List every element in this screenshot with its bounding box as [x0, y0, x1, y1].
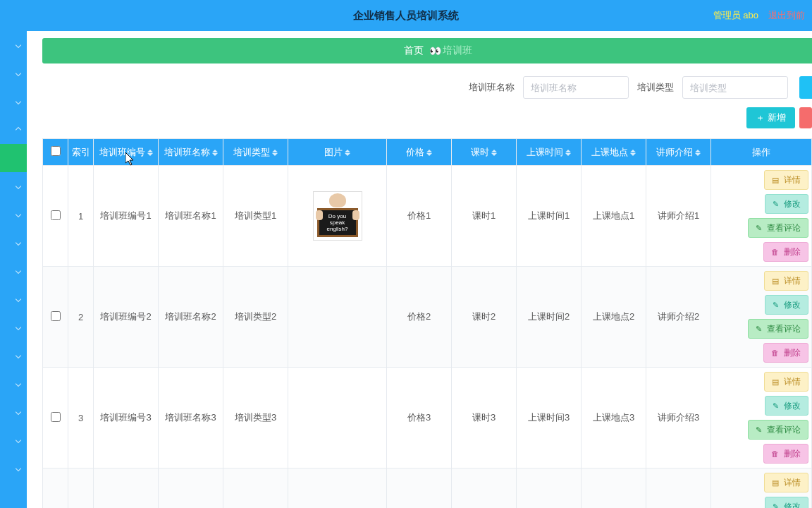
edit-button[interactable]: 修改: [765, 396, 808, 416]
sidebar-item-12[interactable]: [0, 370, 27, 398]
sidebar-item-10[interactable]: [0, 313, 27, 341]
sidebar-item-4[interactable]: [0, 144, 27, 172]
add-button[interactable]: ＋ 新增: [746, 107, 795, 128]
chevron-up-icon: [16, 127, 21, 133]
cell-checkbox: [43, 468, 68, 509]
cell-actions: 详情修改查看评论删除: [711, 166, 812, 267]
cell-price: 价格1: [387, 166, 452, 267]
sidebar-item-9[interactable]: [0, 285, 27, 313]
app-title: 企业销售人员培训系统: [353, 9, 459, 23]
delete-button[interactable]: 删除: [763, 444, 808, 464]
cell-img: Do you speak english?: [288, 166, 387, 267]
detail-button[interactable]: 详情: [764, 170, 808, 190]
main-content: 首页 👀 培训班 培训班名称 培训类型 ＋ 新增 索引: [27, 31, 812, 508]
search-button[interactable]: [799, 76, 812, 99]
col-name[interactable]: 培训班名称: [159, 139, 223, 166]
comments-button[interactable]: 查看评论: [748, 319, 808, 339]
row-checkbox[interactable]: [51, 311, 61, 321]
chevron-down-icon: [16, 353, 21, 358]
row-thumbnail[interactable]: Do you speak english?: [313, 191, 362, 241]
cell-actions: 详情修改查看评论删除: [711, 267, 812, 368]
edit-button[interactable]: 修改: [765, 194, 808, 214]
toolbar: ＋ 新增: [42, 107, 812, 128]
col-img[interactable]: 图片: [288, 139, 387, 166]
cell-place: 上课地点1: [582, 166, 646, 267]
cell-checkbox: [43, 267, 68, 368]
sidebar-item-5[interactable]: [0, 172, 27, 200]
chevron-down-icon: [16, 183, 21, 189]
row-checkbox[interactable]: [51, 412, 61, 422]
edit-button[interactable]: 修改: [765, 497, 808, 508]
table-row: 3培训班编号3培训班名称3培训类型3价格3课时3上课时间3上课地点3讲师介绍3详…: [43, 368, 812, 468]
sidebar-item-15[interactable]: [0, 454, 27, 483]
col-checkbox: [43, 139, 68, 166]
chevron-down-icon: [16, 42, 21, 48]
filter-name-input[interactable]: [523, 76, 629, 99]
sidebar-item-11[interactable]: [0, 341, 27, 370]
sidebar-item-13[interactable]: [0, 398, 27, 426]
sidebar-item-3[interactable]: [0, 116, 27, 144]
sidebar-item-8[interactable]: [0, 257, 27, 285]
detail-button[interactable]: 详情: [764, 473, 808, 492]
chevron-down-icon: [16, 381, 21, 387]
cell-name: 培训班名称2: [159, 267, 223, 368]
cell-hours: 课时3: [452, 368, 517, 468]
chevron-down-icon: [16, 240, 21, 246]
col-ops: 操作: [711, 139, 812, 166]
data-table: 索引 培训班编号 培训班名称 培训类型 图片 价格 课时 上课时间 上课地点 讲…: [42, 138, 812, 508]
cell-teacher: 讲师介绍1: [646, 166, 711, 267]
cell-teacher: 讲师介绍2: [646, 267, 711, 368]
cell-place: 上课地点3: [582, 368, 646, 468]
col-price[interactable]: 价格: [387, 139, 452, 166]
sidebar-item-0[interactable]: [0, 31, 27, 59]
cell-num: 培训班编号2: [94, 267, 159, 368]
comments-button[interactable]: 查看评论: [748, 420, 808, 440]
sidebar-item-1[interactable]: [0, 59, 27, 87]
filter-name-label: 培训班名称: [469, 81, 515, 94]
chevron-down-icon: [16, 325, 21, 330]
comments-button[interactable]: 查看评论: [748, 218, 808, 238]
crumb-home[interactable]: 首页: [404, 44, 424, 57]
cell-num: 培训班编号3: [94, 368, 159, 468]
cell-price: 价格4: [387, 468, 452, 509]
cell-index: 1: [68, 166, 94, 267]
col-teacher[interactable]: 讲师介绍: [646, 139, 711, 166]
col-num[interactable]: 培训班编号: [94, 139, 159, 166]
col-place[interactable]: 上课地点: [582, 139, 646, 166]
cell-img: [288, 368, 387, 468]
chevron-down-icon: [16, 296, 21, 302]
detail-button[interactable]: 详情: [764, 372, 808, 392]
sidebar-item-6[interactable]: [0, 200, 27, 229]
col-hours[interactable]: 课时: [452, 139, 517, 166]
eyes-icon: 👀: [429, 45, 440, 56]
col-time[interactable]: 上课时间: [517, 139, 582, 166]
table-row: 2培训班编号2培训班名称2培训类型2价格2课时2上课时间2上课地点2讲师介绍2详…: [43, 267, 812, 368]
cell-name: 培训班名称1: [159, 166, 223, 267]
select-all-checkbox[interactable]: [51, 146, 61, 156]
sidebar-item-2[interactable]: [0, 87, 27, 116]
row-checkbox[interactable]: [51, 210, 61, 220]
cell-type: 培训类型2: [223, 267, 288, 368]
table-row: 4培训班编号4培训班名称4培训类型4价格4课时4上课时间4上课地点4讲师介绍4详…: [43, 468, 812, 509]
cell-num: 培训班编号4: [94, 468, 159, 509]
cell-index: 2: [68, 267, 94, 368]
logout-link[interactable]: 退出到前: [768, 9, 805, 22]
cell-actions: 详情修改查看评论删除: [711, 468, 812, 509]
delete-button[interactable]: 删除: [763, 242, 808, 262]
filter-type-input[interactable]: [682, 76, 788, 99]
sidebar-item-14[interactable]: [0, 426, 27, 454]
detail-button[interactable]: 详情: [764, 271, 808, 291]
table-row: 1培训班编号1培训班名称1培训类型1Do you speak english?价…: [43, 166, 812, 267]
delete-button[interactable]: 删除: [763, 343, 808, 363]
sidebar-item-7[interactable]: [0, 229, 27, 257]
crumb-current: 培训班: [443, 44, 472, 57]
col-index[interactable]: 索引: [68, 139, 94, 166]
col-type[interactable]: 培训类型: [223, 139, 288, 166]
delete-batch-button[interactable]: [799, 107, 812, 128]
cell-img: [288, 468, 387, 509]
admin-label[interactable]: 管理员 abo: [713, 9, 758, 22]
chevron-down-icon: [16, 268, 21, 274]
cell-hours: 课时1: [452, 166, 517, 267]
edit-button[interactable]: 修改: [765, 295, 808, 315]
cell-place: 上课地点2: [582, 267, 646, 368]
